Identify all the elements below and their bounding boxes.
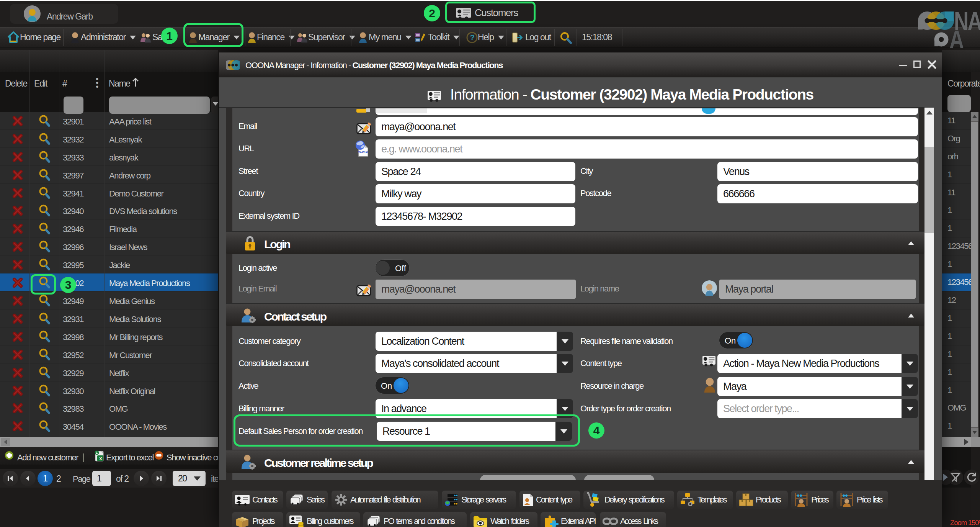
svg-text:w.w.w: w.w.w — [358, 149, 369, 154]
svg-text:?: ? — [470, 33, 475, 42]
